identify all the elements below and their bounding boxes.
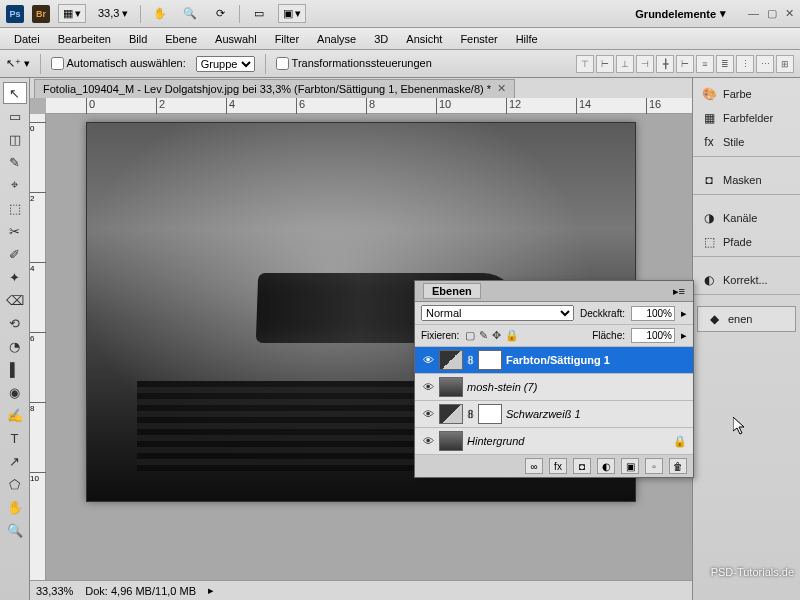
menu-bild[interactable]: Bild — [121, 30, 155, 48]
move-tool[interactable]: ↖ — [3, 82, 27, 104]
link-icon[interactable]: 𝟠 — [467, 408, 474, 421]
screen-mode-icon[interactable]: ▭ — [248, 4, 270, 24]
visibility-toggle-icon[interactable]: 👁 — [421, 435, 435, 447]
layer-row[interactable]: 👁 Hintergrund 🔒 — [415, 428, 693, 455]
layer-name[interactable]: Farbton/Sättigung 1 — [506, 354, 687, 366]
close-tab-icon[interactable]: ✕ — [497, 82, 506, 95]
lock-pixels-icon[interactable]: ✎ — [479, 329, 488, 342]
panel-kanaele[interactable]: ◑Kanäle — [693, 206, 800, 230]
menu-analyse[interactable]: Analyse — [309, 30, 364, 48]
link-layers-button[interactable]: ∞ — [525, 458, 543, 474]
layer-name[interactable]: Hintergrund — [467, 435, 669, 447]
link-icon[interactable]: 𝟠 — [467, 354, 474, 367]
layer-mask-thumbnail[interactable] — [478, 404, 502, 424]
opacity-input[interactable]: 100% — [631, 306, 675, 321]
clone-stamp-tool[interactable]: ✦ — [3, 266, 27, 288]
path-selection-tool[interactable]: ↗ — [3, 450, 27, 472]
distribute-h-button[interactable]: ≡ — [696, 55, 714, 73]
layer-name[interactable]: mosh-stein (7) — [467, 381, 687, 393]
workspace-switcher[interactable]: Grundelemente ▾ — [635, 7, 726, 20]
blur-tool[interactable]: ▌ — [3, 358, 27, 380]
close-button[interactable]: ✕ — [785, 7, 794, 20]
type-tool[interactable]: T — [3, 427, 27, 449]
arrange-documents-dropdown[interactable]: ▣ ▾ — [278, 4, 306, 23]
fill-input[interactable]: 100% — [631, 328, 675, 343]
move-tool-indicator[interactable]: ↖⁺ ▾ — [6, 57, 30, 70]
menu-ansicht[interactable]: Ansicht — [398, 30, 450, 48]
brush-tool[interactable]: ✐ — [3, 243, 27, 265]
status-info-dropdown[interactable]: ▸ — [208, 584, 214, 597]
menu-auswahl[interactable]: Auswahl — [207, 30, 265, 48]
magic-wand-tool[interactable]: ✎ — [3, 151, 27, 173]
align-right-button[interactable]: ⊢ — [676, 55, 694, 73]
panel-korrekturen[interactable]: ◐Korrekt... — [693, 268, 800, 292]
status-zoom[interactable]: 33,33% — [36, 585, 73, 597]
menu-3d[interactable]: 3D — [366, 30, 396, 48]
layers-panel[interactable]: Ebenen ▸≡ Normal Deckkraft: 100%▸ Fixier… — [414, 280, 694, 478]
layers-panel-header[interactable]: Ebenen ▸≡ — [415, 281, 693, 302]
menu-datei[interactable]: Datei — [6, 30, 48, 48]
zoom-tool-icon[interactable]: 🔍 — [179, 4, 201, 24]
lock-position-icon[interactable]: ✥ — [492, 329, 501, 342]
zoom-tool[interactable]: 🔍 — [3, 519, 27, 541]
history-brush-tool[interactable]: ⌫ — [3, 289, 27, 311]
layer-row[interactable]: 👁 𝟠 Farbton/Sättigung 1 — [415, 347, 693, 374]
panel-farbe[interactable]: 🎨Farbe — [693, 82, 800, 106]
align-vcenter-button[interactable]: ⊢ — [596, 55, 614, 73]
layer-mask-thumbnail[interactable] — [478, 350, 502, 370]
visibility-toggle-icon[interactable]: 👁 — [421, 354, 435, 366]
layer-thumbnail[interactable] — [439, 404, 463, 424]
crop-tool[interactable]: ⌖ — [3, 174, 27, 196]
pen-tool[interactable]: ✍ — [3, 404, 27, 426]
layer-style-button[interactable]: fx — [549, 458, 567, 474]
layer-thumbnail[interactable] — [439, 431, 463, 451]
menu-fenster[interactable]: Fenster — [452, 30, 505, 48]
align-left-button[interactable]: ⊣ — [636, 55, 654, 73]
maximize-button[interactable]: ▢ — [767, 7, 777, 20]
align-hcenter-button[interactable]: ╋ — [656, 55, 674, 73]
lasso-tool[interactable]: ◫ — [3, 128, 27, 150]
eraser-tool[interactable]: ⟲ — [3, 312, 27, 334]
panel-ebenen[interactable]: ◆enen — [697, 306, 796, 332]
healing-brush-tool[interactable]: ✂ — [3, 220, 27, 242]
menu-ebene[interactable]: Ebene — [157, 30, 205, 48]
new-group-button[interactable]: ▣ — [621, 458, 639, 474]
panel-farbfelder[interactable]: ▦Farbfelder — [693, 106, 800, 130]
layer-row[interactable]: 👁 𝟠 Schwarzweiß 1 — [415, 401, 693, 428]
distribute-v2-button[interactable]: ⋮ — [736, 55, 754, 73]
menu-hilfe[interactable]: Hilfe — [508, 30, 546, 48]
visibility-toggle-icon[interactable]: 👁 — [421, 408, 435, 420]
layer-row[interactable]: 👁 mosh-stein (7) — [415, 374, 693, 401]
zoom-level-select[interactable]: 33,3 ▾ — [94, 6, 132, 21]
auto-select-target[interactable]: Gruppe — [196, 56, 255, 72]
delete-layer-button[interactable]: 🗑 — [669, 458, 687, 474]
shape-tool[interactable]: ⬠ — [3, 473, 27, 495]
panel-stile[interactable]: fxStile — [693, 130, 800, 154]
hand-tool[interactable]: ✋ — [3, 496, 27, 518]
auto-select-checkbox[interactable]: Automatisch auswählen: — [51, 57, 186, 71]
bridge-logo-icon[interactable]: Br — [32, 5, 50, 23]
layer-thumbnail[interactable] — [439, 350, 463, 370]
panel-pfade[interactable]: ⬚Pfade — [693, 230, 800, 254]
layer-thumbnail[interactable] — [439, 377, 463, 397]
blend-mode-select[interactable]: Normal — [421, 305, 574, 321]
minimize-button[interactable]: — — [748, 7, 759, 20]
hand-tool-icon[interactable]: ✋ — [149, 4, 171, 24]
transform-controls-checkbox[interactable]: Transformationssteuerungen — [276, 57, 432, 71]
visibility-toggle-icon[interactable]: 👁 — [421, 381, 435, 393]
distribute-v-button[interactable]: ≣ — [716, 55, 734, 73]
dodge-tool[interactable]: ◉ — [3, 381, 27, 403]
menu-bearbeiten[interactable]: Bearbeiten — [50, 30, 119, 48]
auto-align-button[interactable]: ⊞ — [776, 55, 794, 73]
document-tab[interactable]: Fotolia_109404_M - Lev Dolgatshjov.jpg b… — [34, 79, 515, 98]
lock-transparency-icon[interactable]: ▢ — [465, 329, 475, 342]
view-arrange-dropdown[interactable]: ▦ ▾ — [58, 4, 86, 23]
align-top-button[interactable]: ⊤ — [576, 55, 594, 73]
new-layer-button[interactable]: ▫ — [645, 458, 663, 474]
align-bottom-button[interactable]: ⊥ — [616, 55, 634, 73]
panel-menu-icon[interactable]: ▸≡ — [673, 285, 685, 298]
menu-filter[interactable]: Filter — [267, 30, 307, 48]
panel-masken[interactable]: ◘Masken — [693, 168, 800, 192]
layer-name[interactable]: Schwarzweiß 1 — [506, 408, 687, 420]
new-adjustment-button[interactable]: ◐ — [597, 458, 615, 474]
